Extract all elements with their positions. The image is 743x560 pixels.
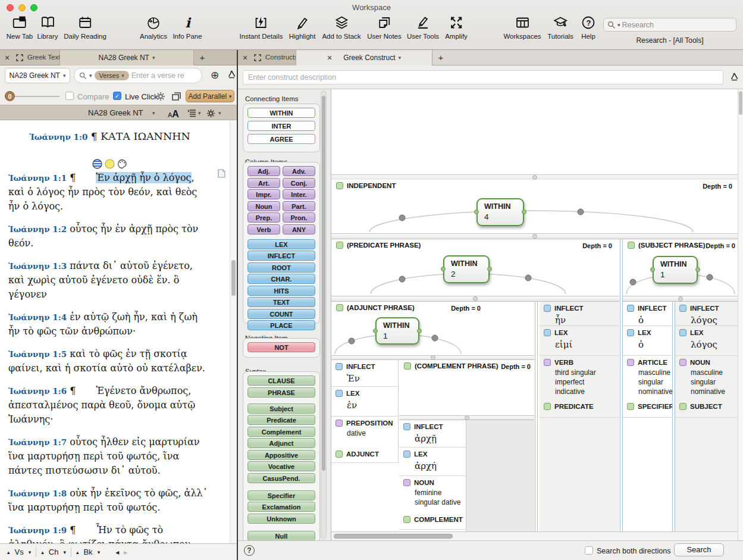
construct-cell-lex[interactable]: LEXἐν xyxy=(331,387,398,417)
verse-ref[interactable]: Ἰωάννην 1:0 xyxy=(29,132,87,142)
construct-cell-pos[interactable]: NOUNfemininesingular dative xyxy=(399,476,466,513)
syntax-vocative[interactable]: Vocative xyxy=(247,461,315,471)
scrollbar-thumb[interactable] xyxy=(334,534,453,539)
within-node[interactable]: WITHIN4 xyxy=(476,198,524,226)
construct-cell-lex[interactable]: LEXἀρχή xyxy=(399,448,466,476)
panel-splitter[interactable] xyxy=(399,415,534,420)
syntax-specifier[interactable]: Specifier xyxy=(247,490,315,500)
adjunct-phrase-panel[interactable]: (ADJUNCT PHRASE) Depth = 0 WITHIN1 xyxy=(331,302,534,355)
parallel-water-icon[interactable] xyxy=(92,159,102,170)
tutorials-button[interactable]: Tutorials xyxy=(547,14,573,40)
scrollbar-thumb[interactable] xyxy=(739,91,742,115)
new-tab-button[interactable]: New Tab xyxy=(7,14,33,40)
construct-cell-function[interactable]: COMPLEMENT xyxy=(399,513,466,530)
recycle-icon[interactable] xyxy=(227,70,237,80)
pos-item-part[interactable]: Part. xyxy=(283,201,315,211)
highlighted-text[interactable]: Ἐν ἀρχῇ ἦν ὁ λόγος xyxy=(96,172,191,183)
help-icon[interactable]: ? xyxy=(244,545,255,556)
tag-item-text[interactable]: TEXT xyxy=(247,297,315,307)
expand-pane-icon[interactable] xyxy=(16,54,23,61)
user-notes-button[interactable]: User Notes xyxy=(367,14,402,40)
verse-ref[interactable]: Ἰωάννην 1:3 xyxy=(8,261,67,271)
verse-ref[interactable]: Ἰωάννην 1:8 xyxy=(8,489,67,498)
chapter-down-button[interactable]: ▾ xyxy=(63,549,66,555)
panel-splitter[interactable] xyxy=(331,233,738,239)
pos-item-adv[interactable]: Adv. xyxy=(283,166,315,176)
syntax-predicate[interactable]: Predicate xyxy=(247,415,315,425)
pos-item-pron[interactable]: Pron. xyxy=(283,212,315,223)
text-size-button[interactable]: AA xyxy=(168,109,179,120)
help-button[interactable]: ? Help xyxy=(581,14,596,40)
pos-item-impr[interactable]: Impr. xyxy=(247,189,280,199)
canvas-vertical-scrollbar[interactable] xyxy=(738,89,743,540)
syntax-exclamation[interactable]: Exclamation xyxy=(247,502,315,512)
analytics-button[interactable]: Analytics xyxy=(140,14,167,40)
complement-phrase-panel[interactable]: (COMPLEMENT PHRASE) Depth = 0 xyxy=(399,360,534,415)
search-button[interactable]: Search xyxy=(674,543,724,556)
pos-item-noun[interactable]: Noun xyxy=(247,201,280,211)
construct-cell-function[interactable]: SUBJECT xyxy=(675,400,738,418)
construct-cell-inflect[interactable]: INFLECTἦν xyxy=(540,302,619,326)
tag-item-char[interactable]: CHAR. xyxy=(247,274,315,284)
history-back-button[interactable]: ◂ xyxy=(115,548,119,556)
syntax-subject[interactable]: Subject xyxy=(247,403,315,414)
pos-item-prep[interactable]: Prep. xyxy=(247,212,280,223)
pos-item-verb[interactable]: Verb xyxy=(247,224,280,234)
book-down-button[interactable]: ▾ xyxy=(98,549,101,555)
verse-ref[interactable]: Ἰωάννην 1:6 xyxy=(8,386,67,396)
construct-cell-function[interactable]: PREDICATE xyxy=(540,400,619,418)
pos-item-inter[interactable]: Inter. xyxy=(283,189,315,199)
tag-item-root[interactable]: ROOT xyxy=(247,262,315,273)
live-click-checkbox[interactable]: ✓ xyxy=(113,92,121,100)
text-scrollbar[interactable] xyxy=(230,120,237,543)
verse-down-button[interactable]: ▾ xyxy=(29,549,32,555)
column-divider[interactable] xyxy=(672,302,675,531)
library-button[interactable]: Library xyxy=(37,14,58,40)
scrollbar-thumb[interactable] xyxy=(231,260,236,296)
note-icon[interactable] xyxy=(218,169,225,178)
hits-slider-knob[interactable]: 0 xyxy=(5,91,15,101)
construct-cell-inflect[interactable]: INFLECTὁ xyxy=(623,302,672,326)
tag-item-inflect[interactable]: INFLECT xyxy=(247,251,315,261)
add-tab-button[interactable]: + xyxy=(194,50,211,65)
panel-splitter[interactable] xyxy=(623,296,738,302)
bible-text-pane[interactable]: Ἰωάννην 1:0 ¶ ΚΑΤΑ ΙΩΑΝΝΗΝ Ἰωάννην 1:1 ¶… xyxy=(0,120,237,543)
pos-item-any[interactable]: ANY xyxy=(283,224,315,234)
verse-ref[interactable]: Ἰωάννην 1:5 xyxy=(8,349,67,359)
display-settings-icon[interactable] xyxy=(187,109,196,117)
recycle-icon[interactable] xyxy=(729,72,739,82)
tag-item-count[interactable]: COUNT xyxy=(247,309,315,319)
highlight-circle-icon[interactable] xyxy=(105,159,115,170)
verse-ref[interactable]: Ἰωάννην 1:2 xyxy=(8,224,67,234)
not-item[interactable]: NOT xyxy=(247,342,315,352)
add-tab-button[interactable]: + xyxy=(432,50,449,65)
construct-cell-pos[interactable]: NOUNmasculinesingularnominative xyxy=(675,356,738,400)
instant-details-button[interactable]: Instant Details xyxy=(240,14,283,40)
tab-greek-construct[interactable]: × Greek Construct ▾ xyxy=(296,50,432,65)
construct-cell-inflect[interactable]: INFLECTἘν xyxy=(331,360,398,387)
predicate-phrase-panel[interactable]: (PREDICATE PHRASE) Depth = 0 WITHIN2 xyxy=(331,239,619,296)
within-node[interactable]: WITHIN1 xyxy=(653,256,698,284)
syntax-complement[interactable]: Complement xyxy=(247,427,315,437)
close-pane-icon[interactable]: × xyxy=(243,50,247,65)
palette-scrollbar[interactable] xyxy=(321,90,327,539)
add-parallel-button[interactable]: Add Parallel ▾ xyxy=(186,90,234,102)
inter-item[interactable]: INTER xyxy=(247,121,315,131)
close-tab-icon[interactable]: × xyxy=(327,50,332,65)
pos-item-conj[interactable]: Conj. xyxy=(283,178,315,188)
pos-item-adj[interactable]: Adj. xyxy=(247,166,280,176)
tab-na28-greek-nt[interactable]: NA28 Greek NT ▾ xyxy=(59,50,194,65)
construct-cell-pos[interactable]: ARTICLEmasculinesingularnominative xyxy=(623,356,672,400)
pos-item-art[interactable]: Art. xyxy=(247,178,280,188)
construct-cell-lex[interactable]: LEXλόγος xyxy=(675,326,738,356)
daily-reading-button[interactable]: Daily Reading xyxy=(64,14,106,40)
verse-ref[interactable]: Ἰωάννην 1:1 xyxy=(8,173,67,183)
module-select-button[interactable]: NA28 Greek NT ▾ xyxy=(5,68,70,83)
highlight-button[interactable]: Highlight xyxy=(289,14,316,40)
column-divider[interactable] xyxy=(535,302,538,531)
verse-ref[interactable]: Ἰωάννην 1:7 xyxy=(8,437,67,447)
verse-ref[interactable]: Ἰωάννην 1:9 xyxy=(8,525,67,535)
construct-cell-pos[interactable]: PREPOSITIONdative xyxy=(331,417,398,448)
construct-description-input[interactable] xyxy=(243,70,723,85)
verse-ref[interactable]: Ἰωάννην 1:4 xyxy=(8,312,67,322)
